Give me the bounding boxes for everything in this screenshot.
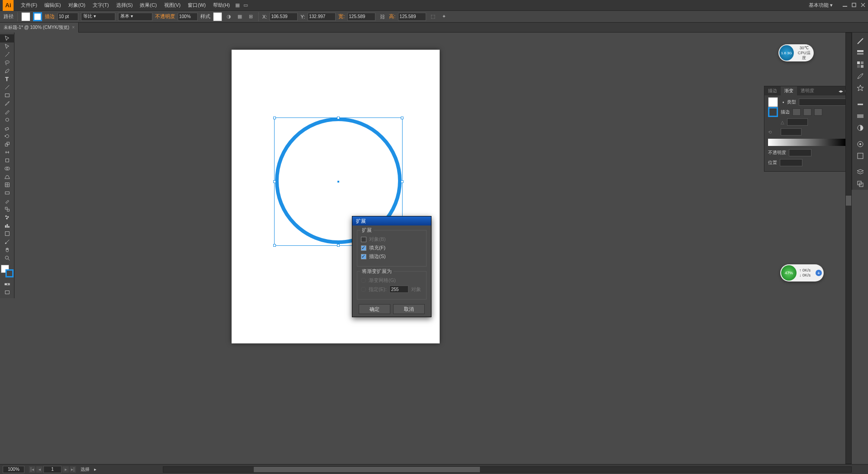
h-input[interactable]: [398, 13, 426, 21]
dock-appearance-icon[interactable]: [852, 138, 868, 150]
vscroll-thumb[interactable]: [846, 196, 851, 206]
shape-builder-tool[interactable]: [0, 164, 14, 173]
tab-close-icon[interactable]: ×: [72, 25, 75, 30]
net-plus-icon[interactable]: +: [816, 270, 822, 276]
dock-graphic-styles-icon[interactable]: [852, 150, 868, 162]
stroke-mode-3[interactable]: [814, 108, 822, 116]
free-transform-tool[interactable]: [0, 156, 14, 164]
vertical-scrollbar[interactable]: [845, 33, 852, 464]
color-mode-icons[interactable]: [0, 280, 14, 288]
gradient-stroke-swatch[interactable]: [768, 107, 778, 117]
line-tool[interactable]: [0, 83, 14, 91]
dock-stroke-icon[interactable]: [852, 99, 868, 110]
magic-wand-tool[interactable]: [0, 51, 14, 59]
perspective-grid-tool[interactable]: [0, 173, 14, 181]
handle-mid-left[interactable]: [273, 180, 276, 183]
gradient-fill-swatch[interactable]: [768, 97, 778, 107]
gradient-angle-input[interactable]: [787, 118, 808, 126]
minimize-button[interactable]: [843, 3, 847, 8]
constrain-icon[interactable]: ✦: [440, 13, 448, 21]
specify-input[interactable]: [389, 286, 408, 293]
screen-mode-tool[interactable]: [0, 288, 14, 296]
prev-artboard-button[interactable]: ◂: [36, 466, 43, 473]
stroke-swatch[interactable]: [33, 12, 42, 21]
slice-tool[interactable]: [0, 238, 14, 246]
screen-mode-icon[interactable]: ▭: [242, 1, 250, 9]
column-graph-tool[interactable]: [0, 221, 14, 230]
handle-bot-left[interactable]: [273, 244, 276, 247]
document-tab[interactable]: 未标题-1* @ 100% (CMYK/预览) ×: [0, 23, 79, 33]
handle-top-right[interactable]: [401, 117, 403, 119]
rectangle-tool[interactable]: [0, 91, 14, 99]
handle-mid-right[interactable]: [401, 180, 403, 183]
type-tool[interactable]: T: [0, 75, 14, 83]
stroke-link[interactable]: 描边: [45, 13, 55, 20]
eraser-tool[interactable]: [0, 124, 14, 132]
workspace-switcher[interactable]: 基本功能 ▾: [809, 2, 833, 9]
dock-gradient-icon[interactable]: [852, 110, 868, 122]
x-input[interactable]: [270, 13, 298, 21]
zoom-tool[interactable]: [0, 254, 14, 262]
gradient-aspect-input[interactable]: [781, 128, 802, 136]
brush-definition[interactable]: 基本 ▾: [118, 13, 152, 21]
stroke-weight-input[interactable]: [57, 13, 78, 21]
dock-brushes-icon[interactable]: [852, 70, 868, 82]
menu-select[interactable]: 选择(S): [113, 2, 137, 9]
fill-swatch[interactable]: [21, 12, 30, 21]
scale-tool[interactable]: [0, 140, 14, 148]
transform-icon[interactable]: ⊞: [247, 13, 255, 21]
hand-tool[interactable]: [0, 246, 14, 254]
mesh-tool[interactable]: [0, 181, 14, 189]
recolor-icon[interactable]: ◑: [225, 13, 233, 21]
pencil-tool[interactable]: [0, 108, 14, 116]
stroke-indicator[interactable]: [5, 269, 14, 277]
artboard-number-input[interactable]: [43, 466, 62, 473]
arrange-docs-icon[interactable]: ▦: [233, 1, 242, 9]
menu-edit[interactable]: 编辑(E): [41, 2, 65, 9]
expand-dialog[interactable]: 扩展 扩展 对象(B) 填充(F) 描边(S) 将渐变扩展为 渐变网格(G) 指…: [352, 216, 432, 317]
eyedropper-tool[interactable]: [0, 197, 14, 205]
gradient-type-select[interactable]: [799, 99, 846, 106]
fill-stroke-indicator[interactable]: [1, 265, 14, 277]
y-input[interactable]: [308, 13, 336, 21]
stroke-mode-2[interactable]: [803, 108, 811, 116]
gradient-panel[interactable]: 描边 渐变 透明度 ◂▸≡ • 类型 描边 △ ⟲ 不透明度: [764, 86, 850, 172]
link-wh-icon[interactable]: ⛓: [378, 13, 386, 21]
dock-color-icon[interactable]: [852, 35, 868, 47]
checkbox-fill[interactable]: [361, 245, 366, 251]
variable-width-profile[interactable]: 等比 ▾: [81, 13, 115, 21]
dock-transparency-icon[interactable]: [852, 122, 868, 134]
status-menu-icon[interactable]: ▸: [94, 467, 96, 472]
net-widget[interactable]: 47% ↑ 0K/s↓ 0K/s +: [780, 264, 824, 282]
dock-color-guide-icon[interactable]: [852, 47, 868, 59]
gradient-stop-position[interactable]: [780, 159, 802, 166]
menu-help[interactable]: 帮助(H): [209, 2, 233, 9]
stroke-mode-1[interactable]: [792, 108, 801, 116]
handle-bot-mid[interactable]: [337, 244, 340, 247]
align-icon[interactable]: ▦: [236, 13, 244, 21]
blend-tool[interactable]: [0, 205, 14, 213]
maximize-button[interactable]: [852, 3, 856, 8]
paintbrush-tool[interactable]: [0, 99, 14, 108]
dock-artboards-icon[interactable]: [852, 178, 868, 190]
dock-layers-icon[interactable]: [852, 166, 868, 178]
symbol-sprayer-tool[interactable]: [0, 213, 14, 221]
panel-tab-transparency[interactable]: 透明度: [797, 86, 818, 95]
rotate-tool[interactable]: [0, 132, 14, 140]
shape-icon[interactable]: ⬚: [429, 13, 437, 21]
gradient-slider[interactable]: [768, 139, 846, 146]
blob-brush-tool[interactable]: [0, 116, 14, 124]
checkbox-stroke[interactable]: [361, 254, 366, 259]
panel-tab-gradient[interactable]: 渐变: [781, 86, 797, 95]
close-button[interactable]: [861, 3, 865, 8]
ok-button[interactable]: 确定: [359, 304, 390, 314]
menu-effect[interactable]: 效果(C): [136, 2, 160, 9]
horizontal-scrollbar[interactable]: [163, 466, 852, 473]
handle-top-mid[interactable]: [337, 117, 340, 119]
artboard-tool[interactable]: [0, 230, 14, 238]
zoom-select[interactable]: [3, 466, 24, 473]
opacity-input[interactable]: [178, 13, 198, 21]
width-tool[interactable]: [0, 148, 14, 156]
dock-swatches-icon[interactable]: [852, 59, 868, 70]
menu-window[interactable]: 窗口(W): [184, 2, 209, 9]
